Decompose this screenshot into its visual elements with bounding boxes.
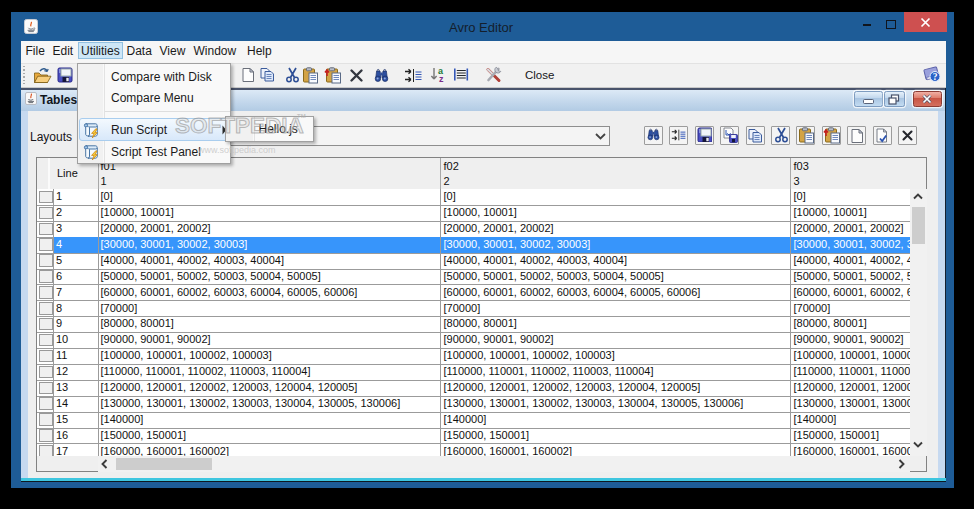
svg-text:z: z (439, 74, 444, 83)
svg-text:?: ? (933, 72, 938, 82)
